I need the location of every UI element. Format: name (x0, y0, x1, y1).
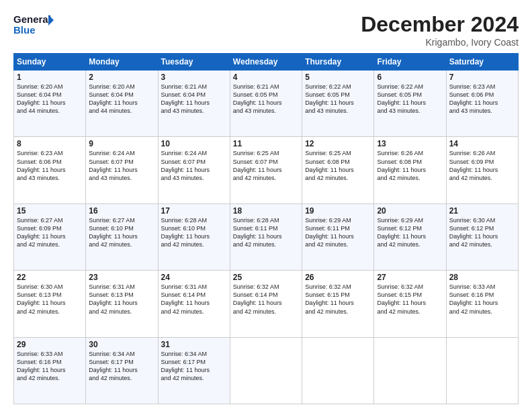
day-info: Sunrise: 6:20 AM Sunset: 6:04 PM Dayligh… (17, 83, 83, 116)
day-number: 25 (233, 273, 299, 282)
day-number: 2 (89, 73, 154, 82)
day-number: 30 (89, 340, 154, 349)
day-number: 20 (377, 206, 443, 216)
day-header-saturday: Saturday (446, 54, 518, 71)
day-info: Sunrise: 6:23 AM Sunset: 6:06 PM Dayligh… (449, 83, 515, 116)
day-info: Sunrise: 6:26 AM Sunset: 6:09 PM Dayligh… (449, 149, 515, 182)
day-number: 6 (377, 73, 443, 82)
day-number: 10 (161, 139, 227, 148)
day-info: Sunrise: 6:29 AM Sunset: 6:12 PM Dayligh… (377, 216, 443, 249)
calendar-cell (446, 337, 518, 404)
day-info: Sunrise: 6:30 AM Sunset: 6:13 PM Dayligh… (17, 283, 83, 316)
day-info: Sunrise: 6:34 AM Sunset: 6:17 PM Dayligh… (89, 350, 154, 383)
calendar-cell: 3Sunrise: 6:21 AM Sunset: 6:04 PM Daylig… (158, 71, 230, 137)
calendar-cell: 27Sunrise: 6:32 AM Sunset: 6:15 PM Dayli… (374, 271, 446, 337)
day-info: Sunrise: 6:28 AM Sunset: 6:11 PM Dayligh… (233, 216, 299, 249)
day-info: Sunrise: 6:26 AM Sunset: 6:08 PM Dayligh… (377, 149, 443, 182)
day-info: Sunrise: 6:22 AM Sunset: 6:05 PM Dayligh… (305, 83, 371, 116)
logo: General Blue (13, 12, 54, 36)
calendar-cell: 31Sunrise: 6:34 AM Sunset: 6:17 PM Dayli… (158, 337, 230, 404)
day-number: 13 (377, 139, 443, 148)
calendar-cell: 9Sunrise: 6:24 AM Sunset: 6:07 PM Daylig… (86, 137, 158, 203)
day-number: 7 (449, 73, 515, 82)
calendar-cell (230, 337, 302, 404)
calendar-cell: 11Sunrise: 6:25 AM Sunset: 6:07 PM Dayli… (230, 137, 302, 203)
calendar-cell: 2Sunrise: 6:20 AM Sunset: 6:04 PM Daylig… (86, 71, 158, 137)
calendar-cell: 23Sunrise: 6:31 AM Sunset: 6:13 PM Dayli… (86, 271, 158, 337)
calendar-cell: 16Sunrise: 6:27 AM Sunset: 6:10 PM Dayli… (86, 203, 158, 270)
location: Krigambo, Ivory Coast (361, 37, 519, 48)
calendar-cell (302, 337, 374, 404)
day-info: Sunrise: 6:22 AM Sunset: 6:05 PM Dayligh… (377, 83, 443, 116)
day-info: Sunrise: 6:23 AM Sunset: 6:06 PM Dayligh… (17, 149, 83, 182)
month-title: December 2024 (361, 12, 519, 37)
day-header-friday: Friday (374, 54, 446, 71)
calendar-cell (374, 337, 446, 404)
day-info: Sunrise: 6:27 AM Sunset: 6:09 PM Dayligh… (17, 216, 83, 249)
calendar-cell: 13Sunrise: 6:26 AM Sunset: 6:08 PM Dayli… (374, 137, 446, 203)
day-number: 4 (233, 73, 299, 82)
day-header-sunday: Sunday (14, 54, 86, 71)
day-number: 3 (161, 73, 227, 82)
logo-svg: General Blue (13, 12, 54, 36)
day-info: Sunrise: 6:29 AM Sunset: 6:11 PM Dayligh… (305, 216, 371, 249)
day-number: 9 (89, 139, 154, 148)
day-number: 12 (305, 139, 371, 148)
day-number: 19 (305, 206, 371, 216)
calendar-cell: 19Sunrise: 6:29 AM Sunset: 6:11 PM Dayli… (302, 203, 374, 270)
day-info: Sunrise: 6:30 AM Sunset: 6:12 PM Dayligh… (449, 216, 515, 249)
day-info: Sunrise: 6:32 AM Sunset: 6:14 PM Dayligh… (233, 283, 299, 316)
calendar-cell: 22Sunrise: 6:30 AM Sunset: 6:13 PM Dayli… (14, 271, 86, 337)
calendar-cell: 29Sunrise: 6:33 AM Sunset: 6:16 PM Dayli… (14, 337, 86, 404)
day-number: 8 (17, 139, 83, 148)
calendar-cell: 20Sunrise: 6:29 AM Sunset: 6:12 PM Dayli… (374, 203, 446, 270)
day-number: 27 (377, 273, 443, 282)
day-info: Sunrise: 6:32 AM Sunset: 6:15 PM Dayligh… (305, 283, 371, 316)
day-number: 17 (161, 206, 227, 216)
day-number: 21 (449, 206, 515, 216)
calendar-cell: 30Sunrise: 6:34 AM Sunset: 6:17 PM Dayli… (86, 337, 158, 404)
day-info: Sunrise: 6:25 AM Sunset: 6:08 PM Dayligh… (305, 149, 371, 182)
day-info: Sunrise: 6:27 AM Sunset: 6:10 PM Dayligh… (89, 216, 154, 249)
day-info: Sunrise: 6:24 AM Sunset: 6:07 PM Dayligh… (161, 149, 227, 182)
day-info: Sunrise: 6:31 AM Sunset: 6:13 PM Dayligh… (89, 283, 154, 316)
calendar-table: SundayMondayTuesdayWednesdayThursdayFrid… (13, 53, 519, 404)
svg-text:Blue: Blue (13, 24, 36, 36)
calendar-cell: 15Sunrise: 6:27 AM Sunset: 6:09 PM Dayli… (14, 203, 86, 270)
calendar-cell: 25Sunrise: 6:32 AM Sunset: 6:14 PM Dayli… (230, 271, 302, 337)
day-info: Sunrise: 6:20 AM Sunset: 6:04 PM Dayligh… (89, 83, 154, 116)
day-number: 29 (17, 340, 83, 349)
svg-text:General: General (13, 13, 51, 25)
calendar-cell: 6Sunrise: 6:22 AM Sunset: 6:05 PM Daylig… (374, 71, 446, 137)
day-info: Sunrise: 6:31 AM Sunset: 6:14 PM Dayligh… (161, 283, 227, 316)
day-info: Sunrise: 6:24 AM Sunset: 6:07 PM Dayligh… (89, 149, 154, 182)
day-header-thursday: Thursday (302, 54, 374, 71)
calendar-cell: 1Sunrise: 6:20 AM Sunset: 6:04 PM Daylig… (14, 71, 86, 137)
calendar-cell: 5Sunrise: 6:22 AM Sunset: 6:05 PM Daylig… (302, 71, 374, 137)
day-info: Sunrise: 6:34 AM Sunset: 6:17 PM Dayligh… (161, 350, 227, 383)
day-info: Sunrise: 6:32 AM Sunset: 6:15 PM Dayligh… (377, 283, 443, 316)
day-number: 31 (161, 340, 227, 349)
day-number: 11 (233, 139, 299, 148)
day-number: 22 (17, 273, 83, 282)
calendar-cell: 7Sunrise: 6:23 AM Sunset: 6:06 PM Daylig… (446, 71, 518, 137)
calendar-cell: 12Sunrise: 6:25 AM Sunset: 6:08 PM Dayli… (302, 137, 374, 203)
calendar-cell: 14Sunrise: 6:26 AM Sunset: 6:09 PM Dayli… (446, 137, 518, 203)
page: General Blue December 2024 Krigambo, Ivo… (0, 0, 532, 411)
day-number: 26 (305, 273, 371, 282)
calendar-cell: 4Sunrise: 6:21 AM Sunset: 6:05 PM Daylig… (230, 71, 302, 137)
day-info: Sunrise: 6:21 AM Sunset: 6:04 PM Dayligh… (161, 83, 227, 116)
day-header-monday: Monday (86, 54, 158, 71)
day-number: 24 (161, 273, 227, 282)
day-header-wednesday: Wednesday (230, 54, 302, 71)
day-number: 15 (17, 206, 83, 216)
day-info: Sunrise: 6:25 AM Sunset: 6:07 PM Dayligh… (233, 149, 299, 182)
day-info: Sunrise: 6:33 AM Sunset: 6:16 PM Dayligh… (449, 283, 515, 316)
svg-marker-2 (48, 15, 54, 26)
day-number: 23 (89, 273, 154, 282)
day-header-tuesday: Tuesday (158, 54, 230, 71)
day-info: Sunrise: 6:28 AM Sunset: 6:10 PM Dayligh… (161, 216, 227, 249)
day-info: Sunrise: 6:21 AM Sunset: 6:05 PM Dayligh… (233, 83, 299, 116)
calendar-cell: 28Sunrise: 6:33 AM Sunset: 6:16 PM Dayli… (446, 271, 518, 337)
calendar-cell: 10Sunrise: 6:24 AM Sunset: 6:07 PM Dayli… (158, 137, 230, 203)
